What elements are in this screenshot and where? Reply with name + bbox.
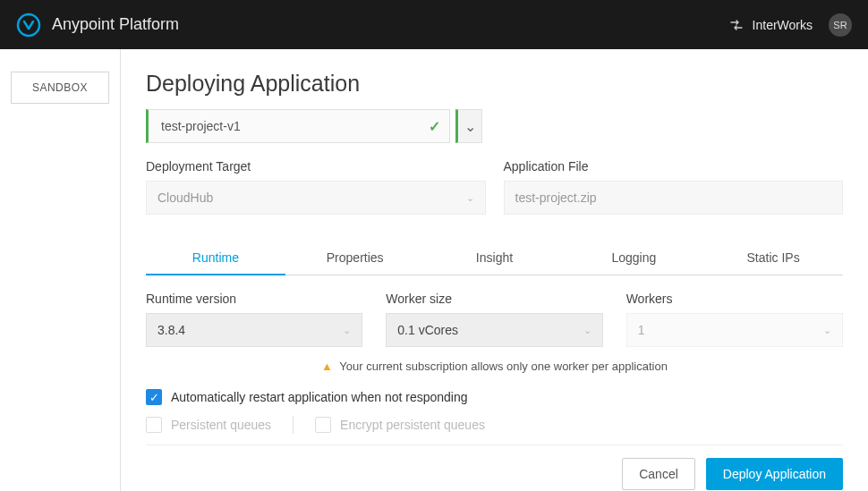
deployment-target-label: Deployment Target — [146, 159, 486, 174]
application-file-value: test-project.zip — [515, 190, 597, 205]
warning-icon: ▲ — [321, 360, 333, 373]
svg-point-0 — [18, 14, 39, 36]
runtime-version-select[interactable]: 3.8.4 ⌄ — [146, 313, 362, 347]
app-name-row: test-project-v1 ✓ ⌄ — [146, 109, 843, 143]
deployment-target-value: CloudHub — [157, 190, 213, 205]
app-name-value: test-project-v1 — [161, 119, 241, 133]
chevron-down-icon: ⌄ — [464, 118, 476, 135]
org-switcher[interactable]: InterWorks — [729, 18, 813, 32]
workers-label: Workers — [626, 292, 843, 306]
queues-row: Persistent queues Encrypt persistent que… — [146, 416, 843, 434]
topbar-right: InterWorks SR — [729, 13, 852, 37]
tabs: Runtime Properties Insight Logging Stati… — [146, 241, 843, 275]
check-icon: ✓ — [429, 118, 440, 135]
chevron-down-icon: ⌄ — [466, 192, 474, 204]
workers-select: 1 ⌄ — [626, 313, 843, 347]
auto-restart-label: Automatically restart application when n… — [171, 390, 468, 404]
platform-title: Anypoint Platform — [52, 15, 179, 34]
environment-selector[interactable]: SANDBOX — [11, 72, 109, 104]
footer-actions: Cancel Deploy Application — [146, 444, 843, 490]
avatar[interactable]: SR — [829, 13, 852, 37]
tab-static-ips[interactable]: Static IPs — [703, 241, 843, 275]
encrypt-queues-checkbox — [315, 417, 331, 433]
worker-warning: ▲ Your current subscription allows only … — [146, 360, 843, 373]
warning-text: Your current subscription allows only on… — [339, 360, 668, 373]
auto-restart-checkbox[interactable]: ✓ — [146, 389, 162, 405]
workers-value: 1 — [638, 323, 645, 337]
chevron-down-icon: ⌄ — [343, 325, 351, 336]
worker-size-value: 0.1 vCores — [397, 323, 458, 337]
exchange-icon — [729, 18, 744, 32]
runtime-version-value: 3.8.4 — [157, 323, 185, 337]
encrypt-queues-label: Encrypt persistent queues — [340, 418, 485, 432]
tab-insight[interactable]: Insight — [425, 241, 565, 275]
deploy-application-button[interactable]: Deploy Application — [706, 458, 843, 490]
runtime-version-label: Runtime version — [146, 292, 362, 306]
page-title: Deploying Application — [146, 71, 843, 97]
deployment-target-select[interactable]: CloudHub ⌄ — [146, 181, 486, 215]
chevron-down-icon: ⌄ — [823, 325, 831, 336]
persistent-queues-checkbox — [146, 417, 162, 433]
mulesoft-logo-icon — [16, 13, 41, 38]
tab-logging[interactable]: Logging — [564, 241, 703, 275]
tab-properties[interactable]: Properties — [285, 241, 425, 275]
tab-runtime[interactable]: Runtime — [146, 241, 285, 275]
cancel-button[interactable]: Cancel — [622, 458, 695, 490]
app-name-input[interactable]: test-project-v1 ✓ — [146, 109, 450, 143]
sidebar: SANDBOX — [0, 49, 121, 491]
worker-size-select[interactable]: 0.1 vCores ⌄ — [386, 313, 602, 347]
application-file-field[interactable]: test-project.zip — [504, 181, 844, 215]
application-file-label: Application File — [504, 159, 844, 174]
divider — [293, 416, 294, 434]
org-name: InterWorks — [753, 18, 813, 32]
worker-size-label: Worker size — [386, 292, 602, 306]
chevron-down-icon: ⌄ — [583, 325, 591, 336]
main-content: Deploying Application test-project-v1 ✓ … — [121, 49, 868, 491]
persistent-queues-label: Persistent queues — [171, 418, 271, 432]
app-name-dropdown-button[interactable]: ⌄ — [455, 109, 482, 143]
auto-restart-row[interactable]: ✓ Automatically restart application when… — [146, 389, 843, 405]
topbar-left: Anypoint Platform — [16, 13, 179, 38]
top-bar: Anypoint Platform InterWorks SR — [0, 0, 868, 49]
